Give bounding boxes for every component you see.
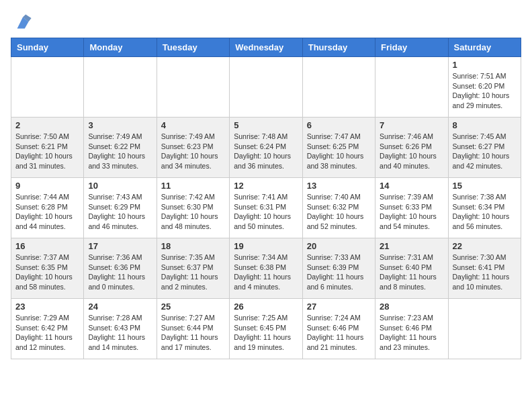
day-info: Sunrise: 7:29 AM Sunset: 6:42 PM Dayligh…	[15, 313, 79, 353]
day-cell: 3Sunrise: 7:49 AM Sunset: 6:22 PM Daylig…	[84, 118, 157, 178]
day-info: Sunrise: 7:25 AM Sunset: 6:45 PM Dayligh…	[234, 313, 298, 353]
day-cell: 1Sunrise: 7:51 AM Sunset: 6:20 PM Daylig…	[448, 57, 521, 118]
day-cell: 11Sunrise: 7:42 AM Sunset: 6:30 PM Dayli…	[157, 178, 229, 238]
logo	[11, 13, 32, 32]
day-cell: 16Sunrise: 7:37 AM Sunset: 6:35 PM Dayli…	[11, 238, 84, 299]
day-cell: 17Sunrise: 7:36 AM Sunset: 6:36 PM Dayli…	[84, 238, 157, 299]
day-number: 14	[380, 181, 443, 191]
day-cell: 22Sunrise: 7:30 AM Sunset: 6:41 PM Dayli…	[448, 238, 521, 299]
day-cell: 12Sunrise: 7:41 AM Sunset: 6:31 PM Dayli…	[230, 178, 302, 238]
day-number: 2	[15, 120, 79, 130]
day-info: Sunrise: 7:31 AM Sunset: 6:40 PM Dayligh…	[380, 253, 443, 292]
day-info: Sunrise: 7:48 AM Sunset: 6:24 PM Dayligh…	[234, 132, 298, 171]
day-number: 19	[234, 241, 298, 251]
day-cell: 13Sunrise: 7:40 AM Sunset: 6:32 PM Dayli…	[302, 178, 375, 238]
weekday-header-tuesday: Tuesday	[157, 38, 229, 57]
day-info: Sunrise: 7:50 AM Sunset: 6:21 PM Dayligh…	[15, 132, 79, 171]
day-cell: 27Sunrise: 7:24 AM Sunset: 6:46 PM Dayli…	[302, 299, 375, 359]
page-header	[11, 11, 521, 32]
day-number: 21	[380, 241, 443, 251]
day-info: Sunrise: 7:36 AM Sunset: 6:36 PM Dayligh…	[88, 253, 152, 292]
logo-icon	[13, 13, 32, 32]
calendar-table: SundayMondayTuesdayWednesdayThursdayFrid…	[11, 38, 521, 359]
day-number: 5	[234, 120, 298, 130]
day-number: 9	[15, 181, 79, 191]
day-number: 23	[15, 302, 79, 312]
weekday-header-friday: Friday	[375, 38, 448, 57]
day-cell: 28Sunrise: 7:23 AM Sunset: 6:46 PM Dayli…	[375, 299, 448, 359]
day-info: Sunrise: 7:44 AM Sunset: 6:28 PM Dayligh…	[15, 192, 79, 232]
day-number: 10	[88, 181, 152, 191]
day-info: Sunrise: 7:45 AM Sunset: 6:27 PM Dayligh…	[453, 132, 517, 171]
day-number: 25	[161, 302, 225, 312]
day-number: 7	[380, 120, 443, 130]
day-cell: 25Sunrise: 7:27 AM Sunset: 6:44 PM Dayli…	[157, 299, 229, 359]
day-info: Sunrise: 7:27 AM Sunset: 6:44 PM Dayligh…	[161, 313, 225, 353]
day-info: Sunrise: 7:30 AM Sunset: 6:41 PM Dayligh…	[453, 253, 517, 292]
day-cell: 9Sunrise: 7:44 AM Sunset: 6:28 PM Daylig…	[11, 178, 84, 238]
day-number: 8	[453, 120, 517, 130]
day-number: 17	[88, 241, 152, 251]
day-number: 15	[453, 181, 517, 191]
day-info: Sunrise: 7:43 AM Sunset: 6:29 PM Dayligh…	[88, 192, 152, 232]
day-cell: 18Sunrise: 7:35 AM Sunset: 6:37 PM Dayli…	[157, 238, 229, 299]
day-cell	[157, 57, 229, 118]
day-cell: 24Sunrise: 7:28 AM Sunset: 6:43 PM Dayli…	[84, 299, 157, 359]
day-cell	[230, 57, 302, 118]
day-number: 26	[234, 302, 298, 312]
day-cell: 6Sunrise: 7:47 AM Sunset: 6:25 PM Daylig…	[302, 118, 375, 178]
day-info: Sunrise: 7:46 AM Sunset: 6:26 PM Dayligh…	[380, 132, 443, 171]
weekday-header-thursday: Thursday	[302, 38, 375, 57]
week-row-3: 9Sunrise: 7:44 AM Sunset: 6:28 PM Daylig…	[11, 178, 521, 238]
day-number: 4	[161, 120, 225, 130]
day-number: 6	[307, 120, 371, 130]
day-number: 1	[453, 60, 517, 70]
weekday-header-sunday: Sunday	[11, 38, 84, 57]
day-info: Sunrise: 7:41 AM Sunset: 6:31 PM Dayligh…	[234, 192, 298, 232]
day-info: Sunrise: 7:23 AM Sunset: 6:46 PM Dayligh…	[380, 313, 443, 353]
day-cell	[302, 57, 375, 118]
day-info: Sunrise: 7:49 AM Sunset: 6:22 PM Dayligh…	[88, 132, 152, 171]
day-info: Sunrise: 7:33 AM Sunset: 6:39 PM Dayligh…	[307, 253, 371, 292]
day-info: Sunrise: 7:24 AM Sunset: 6:46 PM Dayligh…	[307, 313, 371, 353]
day-cell: 20Sunrise: 7:33 AM Sunset: 6:39 PM Dayli…	[302, 238, 375, 299]
day-cell: 14Sunrise: 7:39 AM Sunset: 6:33 PM Dayli…	[375, 178, 448, 238]
day-cell: 23Sunrise: 7:29 AM Sunset: 6:42 PM Dayli…	[11, 299, 84, 359]
day-cell: 2Sunrise: 7:50 AM Sunset: 6:21 PM Daylig…	[11, 118, 84, 178]
day-number: 24	[88, 302, 152, 312]
weekday-header-wednesday: Wednesday	[230, 38, 302, 57]
day-info: Sunrise: 7:38 AM Sunset: 6:34 PM Dayligh…	[453, 192, 517, 232]
day-number: 20	[307, 241, 371, 251]
day-info: Sunrise: 7:51 AM Sunset: 6:20 PM Dayligh…	[453, 71, 517, 111]
day-info: Sunrise: 7:42 AM Sunset: 6:30 PM Dayligh…	[161, 192, 225, 232]
day-cell: 5Sunrise: 7:48 AM Sunset: 6:24 PM Daylig…	[230, 118, 302, 178]
day-cell	[375, 57, 448, 118]
weekday-header-monday: Monday	[84, 38, 157, 57]
day-number: 22	[453, 241, 517, 251]
day-info: Sunrise: 7:49 AM Sunset: 6:23 PM Dayligh…	[161, 132, 225, 171]
weekday-header-saturday: Saturday	[448, 38, 521, 57]
week-row-5: 23Sunrise: 7:29 AM Sunset: 6:42 PM Dayli…	[11, 299, 521, 359]
day-number: 16	[15, 241, 79, 251]
week-row-2: 2Sunrise: 7:50 AM Sunset: 6:21 PM Daylig…	[11, 118, 521, 178]
day-cell	[84, 57, 157, 118]
day-cell: 10Sunrise: 7:43 AM Sunset: 6:29 PM Dayli…	[84, 178, 157, 238]
day-cell: 4Sunrise: 7:49 AM Sunset: 6:23 PM Daylig…	[157, 118, 229, 178]
day-cell: 26Sunrise: 7:25 AM Sunset: 6:45 PM Dayli…	[230, 299, 302, 359]
day-number: 27	[307, 302, 371, 312]
day-cell	[11, 57, 84, 118]
day-info: Sunrise: 7:37 AM Sunset: 6:35 PM Dayligh…	[15, 253, 79, 292]
day-cell: 19Sunrise: 7:34 AM Sunset: 6:38 PM Dayli…	[230, 238, 302, 299]
day-cell: 8Sunrise: 7:45 AM Sunset: 6:27 PM Daylig…	[448, 118, 521, 178]
weekday-header-row: SundayMondayTuesdayWednesdayThursdayFrid…	[11, 38, 521, 57]
day-cell: 7Sunrise: 7:46 AM Sunset: 6:26 PM Daylig…	[375, 118, 448, 178]
day-number: 11	[161, 181, 225, 191]
day-cell: 15Sunrise: 7:38 AM Sunset: 6:34 PM Dayli…	[448, 178, 521, 238]
day-info: Sunrise: 7:34 AM Sunset: 6:38 PM Dayligh…	[234, 253, 298, 292]
day-number: 12	[234, 181, 298, 191]
week-row-4: 16Sunrise: 7:37 AM Sunset: 6:35 PM Dayli…	[11, 238, 521, 299]
day-cell: 21Sunrise: 7:31 AM Sunset: 6:40 PM Dayli…	[375, 238, 448, 299]
day-number: 3	[88, 120, 152, 130]
day-number: 13	[307, 181, 371, 191]
week-row-1: 1Sunrise: 7:51 AM Sunset: 6:20 PM Daylig…	[11, 57, 521, 118]
